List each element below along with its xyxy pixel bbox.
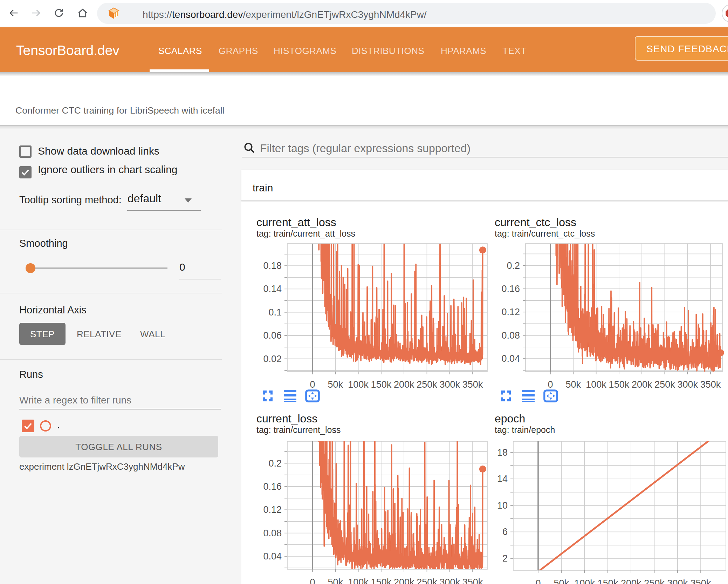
svg-text:2: 2 [502,553,508,564]
svg-text:50k: 50k [554,578,569,584]
svg-text:150k: 150k [598,578,618,584]
svg-text:10: 10 [497,500,508,511]
svg-text:0.2: 0.2 [507,260,520,271]
svg-text:0.12: 0.12 [263,504,282,515]
svg-text:0.14: 0.14 [263,284,282,294]
svg-text:250k: 250k [654,379,675,390]
svg-text:0.02: 0.02 [263,354,282,364]
svg-text:0.1: 0.1 [268,307,282,318]
svg-text:0: 0 [535,578,541,584]
svg-text:0.08: 0.08 [501,330,520,341]
svg-text:200k: 200k [394,577,414,584]
svg-text:100k: 100k [348,577,369,584]
svg-text:100k: 100k [574,578,595,584]
svg-text:300k: 300k [678,379,698,390]
svg-text:350k: 350k [700,379,721,390]
svg-text:250k: 250k [417,577,437,584]
svg-text:150k: 150k [371,577,392,584]
svg-text:0.16: 0.16 [263,481,282,492]
svg-text:50k: 50k [328,577,343,584]
svg-text:0.04: 0.04 [263,551,282,562]
svg-text:0.06: 0.06 [263,330,282,341]
svg-text:300k: 300k [440,577,460,584]
svg-text:18: 18 [497,447,508,458]
svg-text:350k: 350k [691,578,711,584]
svg-text:0.04: 0.04 [501,353,520,364]
svg-text:0.18: 0.18 [263,260,282,271]
svg-text:0.16: 0.16 [501,284,520,294]
svg-text:0.12: 0.12 [501,307,520,317]
svg-text:0: 0 [310,577,315,584]
svg-text:0.2: 0.2 [268,458,282,469]
svg-text:200k: 200k [621,578,641,584]
svg-text:14: 14 [497,474,508,484]
svg-text:250k: 250k [644,578,665,584]
svg-text:300k: 300k [440,379,460,390]
svg-text:6: 6 [502,527,508,537]
svg-text:250k: 250k [417,379,437,390]
svg-text:300k: 300k [667,578,688,584]
svg-text:0.08: 0.08 [263,528,282,538]
